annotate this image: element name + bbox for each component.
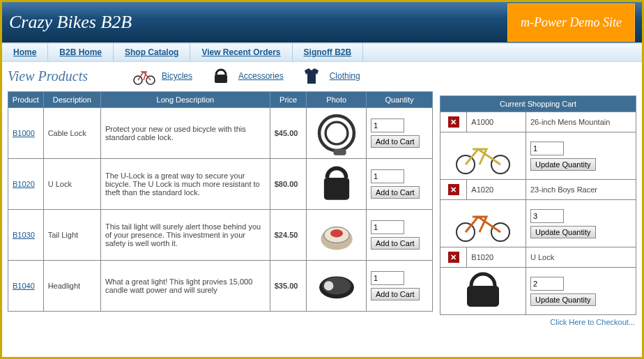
cart-item-name: U Lock — [526, 247, 636, 268]
quantity-input[interactable] — [371, 119, 404, 132]
product-desc: U Lock — [43, 159, 100, 210]
table-row: B1000 Cable Lock Protect your new or use… — [8, 108, 433, 159]
product-desc: Tail Light — [43, 210, 100, 261]
nav-signoff[interactable]: Signoff B2B — [293, 43, 364, 61]
product-desc: Cable Lock — [43, 108, 100, 159]
svg-point-12 — [324, 281, 334, 291]
table-row: B1020 U Lock The U-Lock is a great way t… — [8, 159, 433, 210]
subheader: View Products Bicycles Accessories Cloth… — [8, 66, 433, 86]
product-code-link[interactable]: B1020 — [13, 180, 35, 188]
add-to-cart-button[interactable]: Add to Cart — [371, 237, 420, 250]
cart-header: Current Shopping Cart — [440, 96, 636, 112]
col-description: Description — [43, 92, 100, 108]
col-photo: Photo — [307, 92, 366, 108]
navbar: Home B2B Home Shop Catalog View Recent O… — [2, 43, 642, 62]
col-product: Product — [8, 92, 44, 108]
table-row: B1030 Tail Light This tail light will su… — [8, 210, 433, 261]
svg-rect-5 — [333, 149, 346, 155]
cart-row-detail: Update Quantity — [440, 200, 636, 247]
remove-item-button[interactable]: ✕ — [448, 116, 459, 128]
product-code-link[interactable]: B1000 — [13, 129, 35, 137]
product-price: $45.00 — [270, 108, 307, 159]
col-price: Price — [270, 92, 307, 108]
app-header: Crazy Bikes B2B m-Power Demo Site — [2, 2, 642, 43]
nav-home[interactable]: Home — [2, 43, 48, 61]
nav-view-orders[interactable]: View Recent Orders — [190, 43, 292, 61]
remove-item-button[interactable]: ✕ — [448, 252, 459, 263]
svg-rect-2 — [215, 75, 227, 83]
table-row: B1040 Headlight What a great light! This… — [8, 261, 433, 312]
product-price: $24.50 — [270, 210, 307, 261]
ulock-icon — [208, 66, 234, 86]
product-desc: Headlight — [43, 261, 100, 312]
add-to-cart-button[interactable]: Add to Cart — [371, 186, 420, 199]
col-long-description: Long Description — [100, 92, 270, 108]
cart-quantity-input[interactable] — [530, 209, 564, 223]
cart-table: Current Shopping Cart ✕ A1000 26-inch Me… — [440, 96, 636, 315]
add-to-cart-button[interactable]: Add to Cart — [371, 288, 420, 300]
svg-point-4 — [325, 122, 348, 144]
cart-row-detail: Update Quantity — [440, 268, 636, 315]
cart-quantity-input[interactable] — [530, 142, 564, 155]
cart-row-detail: Update Quantity — [440, 132, 636, 180]
cart-item-code: A1000 — [467, 112, 526, 132]
cart-item-code: B1020 — [467, 247, 526, 268]
cart-item-photo — [445, 272, 521, 310]
product-photo — [313, 265, 360, 307]
nav-b2b-home[interactable]: B2B Home — [48, 43, 114, 61]
col-quantity: Quantity — [366, 92, 432, 108]
product-long-desc: The U-Lock is a great way to secure your… — [100, 159, 270, 210]
quantity-input[interactable] — [371, 169, 404, 183]
demo-badge: m-Power Demo Site — [507, 3, 635, 42]
products-header-row: Product Description Long Description Pri… — [8, 92, 433, 108]
update-quantity-button[interactable]: Update Quantity — [530, 158, 596, 171]
cart-row: ✕ A1020 23-inch Boys Racer — [440, 180, 636, 200]
product-long-desc: Protect your new or used bicycle with th… — [100, 108, 270, 159]
category-clothing-link[interactable]: Clothing — [330, 71, 360, 81]
update-quantity-button[interactable]: Update Quantity — [530, 293, 596, 306]
tshirt-icon — [299, 66, 325, 86]
svg-rect-6 — [324, 178, 349, 200]
category-bicycles-link[interactable]: Bicycles — [162, 71, 192, 81]
cart-row: ✕ A1000 26-inch Mens Mountain — [440, 112, 636, 132]
cart-quantity-input[interactable] — [530, 277, 564, 291]
product-code-link[interactable]: B1040 — [13, 282, 35, 290]
cart-item-photo — [445, 204, 521, 243]
product-long-desc: What a great light! This light provies 1… — [100, 261, 270, 312]
bicycle-icon — [131, 66, 158, 86]
update-quantity-button[interactable]: Update Quantity — [530, 226, 596, 238]
remove-item-button[interactable]: ✕ — [448, 184, 459, 195]
product-price: $80.00 — [270, 159, 307, 210]
product-price: $35.00 — [270, 261, 307, 312]
cart-row: ✕ B1020 U Lock — [440, 247, 636, 268]
product-photo — [313, 112, 360, 154]
cart-item-name: 23-inch Boys Racer — [526, 180, 636, 200]
products-table: Product Description Long Description Pri… — [8, 91, 433, 312]
checkout-link[interactable]: Click Here to Checkout... — [440, 315, 636, 329]
cart-item-code: A1020 — [467, 180, 526, 200]
nav-shop-catalog[interactable]: Shop Catalog — [114, 43, 190, 61]
quantity-input[interactable] — [371, 271, 404, 285]
cart-item-name: 26-inch Mens Mountain — [526, 112, 636, 132]
page-title: View Products — [8, 68, 88, 84]
quantity-input[interactable] — [371, 220, 404, 234]
add-to-cart-button[interactable]: Add to Cart — [371, 135, 420, 148]
cart-item-photo — [445, 137, 521, 175]
product-photo — [313, 214, 360, 256]
svg-point-9 — [330, 229, 343, 237]
category-accessories-link[interactable]: Accessories — [238, 71, 284, 81]
product-long-desc: This tail light will surely alert those … — [100, 210, 270, 261]
product-code-link[interactable]: B1030 — [13, 231, 35, 239]
svg-rect-17 — [467, 286, 499, 307]
site-title: Crazy Bikes B2B — [9, 12, 132, 33]
product-photo — [313, 163, 360, 205]
